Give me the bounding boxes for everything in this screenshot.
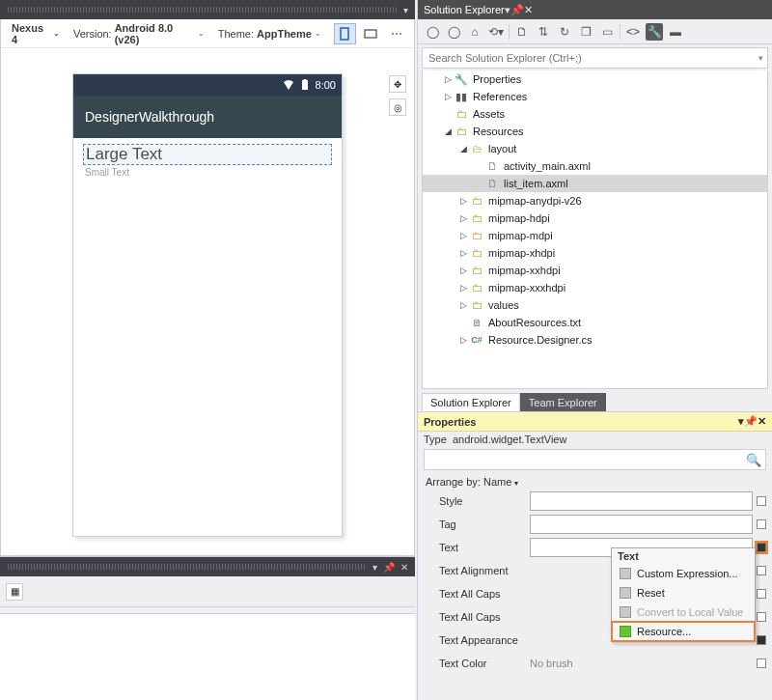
- prop-input-tag[interactable]: [530, 515, 753, 534]
- properties-panel: Properties ▾ 📌 ✕ Type android.widget.Tex…: [418, 411, 772, 700]
- svg-rect-2: [302, 80, 308, 90]
- properties-search-input[interactable]: [428, 453, 746, 466]
- theme-value: AppTheme: [257, 28, 312, 40]
- refresh-icon[interactable]: ↻: [556, 23, 573, 41]
- prop-marker[interactable]: [757, 658, 766, 668]
- close-icon[interactable]: ✕: [400, 562, 408, 573]
- pin-icon[interactable]: 📌: [510, 4, 524, 16]
- doc-icon[interactable]: 🗋: [513, 23, 531, 41]
- prop-input-style[interactable]: [530, 491, 753, 511]
- tree-resource-designer[interactable]: ▷C#Resource.Designer.cs: [423, 331, 767, 349]
- prop-marker[interactable]: [757, 589, 766, 599]
- tree-mipmap-xxxhdpi[interactable]: ▷🗀mipmap-xxxhdpi: [423, 279, 767, 296]
- tree-about[interactable]: ▷🗎AboutResources.txt: [423, 314, 767, 331]
- back-icon[interactable]: ◯: [424, 23, 441, 41]
- tree-layout[interactable]: ◢🗁layout: [423, 140, 767, 157]
- folder-icon: 🗀: [469, 229, 484, 242]
- properties-title: Properties ▾ 📌 ✕: [418, 412, 772, 432]
- device-picker[interactable]: Nexus 4 ⌄: [7, 19, 65, 48]
- file-icon: 🗎: [469, 316, 484, 329]
- flyout-custom-expression[interactable]: Custom Expression...: [612, 564, 755, 583]
- overflow-button[interactable]: ⋯: [386, 23, 408, 44]
- square-icon: [620, 587, 631, 599]
- grid-icon[interactable]: ▦: [6, 583, 23, 601]
- tree-list-item[interactable]: ▷🗋list_item.axml: [423, 175, 767, 192]
- small-text-view[interactable]: Small Text: [83, 165, 332, 178]
- solution-toolbar: ◯ ◯ ⌂ ⟲▾ 🗋 ⇅ ↻ ❐ ▭ <> 🔧 ▬: [418, 19, 772, 44]
- chevron-down-icon: ▾: [514, 479, 518, 488]
- close-icon[interactable]: ✕: [758, 415, 766, 428]
- bottom-toolbar: ▦: [0, 576, 415, 607]
- version-picker[interactable]: Version: Android 8.0 (v26) ⌄: [69, 19, 209, 48]
- file-icon: 🗋: [484, 159, 500, 173]
- code-icon[interactable]: <>: [624, 23, 642, 41]
- showall-icon[interactable]: ▭: [598, 23, 616, 41]
- properties-body: Type android.widget.TextView 🔍 Arrange b…: [418, 432, 772, 700]
- flyout-resource[interactable]: Resource...: [612, 622, 755, 641]
- tree-mipmap-anydpi[interactable]: ▷🗀mipmap-anydpi-v26: [423, 192, 767, 210]
- tree-values[interactable]: ▷🗀values: [423, 296, 767, 314]
- portrait-button[interactable]: [334, 23, 356, 44]
- square-icon: [620, 606, 631, 618]
- solution-search[interactable]: ▾: [422, 47, 768, 69]
- device-label: Nexus 4: [12, 22, 50, 45]
- prop-row-text-color[interactable]: Text Color No brush: [424, 652, 766, 675]
- flyout-reset[interactable]: Reset: [612, 583, 755, 602]
- pin-icon[interactable]: 📌: [744, 415, 758, 428]
- dropdown-icon[interactable]: ▾: [372, 562, 377, 573]
- chevron-down-icon: ⌄: [198, 29, 205, 38]
- prop-marker[interactable]: [757, 496, 766, 506]
- large-text-view[interactable]: Large Text: [83, 144, 332, 165]
- solution-tree[interactable]: ▷🔧Properties ▷▮▮References ▷🗀Assets ◢🗀Re…: [422, 70, 768, 389]
- folder-icon: 🗀: [469, 281, 484, 294]
- properties-search[interactable]: 🔍: [424, 449, 766, 470]
- device-frame: 8:00 DesignerWalkthrough Large Text Smal…: [72, 73, 343, 537]
- square-icon: [620, 568, 631, 579]
- home-icon[interactable]: ⌂: [466, 23, 483, 41]
- file-icon: 🗋: [484, 177, 500, 190]
- copy-icon[interactable]: ❐: [577, 23, 594, 41]
- prop-marker[interactable]: [757, 635, 766, 645]
- prop-marker[interactable]: [757, 519, 766, 529]
- solution-search-input[interactable]: [427, 51, 758, 65]
- preview-icon[interactable]: ▬: [667, 23, 684, 41]
- prop-marker-text[interactable]: [757, 543, 766, 552]
- arrange-by[interactable]: Arrange by: Name ▾: [424, 470, 766, 490]
- pan-tool-icon[interactable]: ✥: [389, 75, 406, 93]
- prop-marker[interactable]: [757, 566, 766, 575]
- forward-icon[interactable]: ◯: [445, 23, 462, 41]
- dropdown-icon[interactable]: ▾: [403, 5, 408, 15]
- app-title: DesignerWalkthrough: [85, 109, 214, 125]
- properties-icon[interactable]: 🔧: [646, 23, 663, 41]
- tab-team-explorer[interactable]: Team Explorer: [520, 393, 606, 411]
- svg-rect-3: [303, 79, 306, 81]
- prop-row-tag[interactable]: Tag: [424, 513, 766, 536]
- tree-activity-main[interactable]: ▷🗋activity_main.axml: [423, 157, 767, 175]
- folder-open-icon: 🗁: [469, 142, 484, 155]
- pin-icon[interactable]: 📌: [383, 562, 395, 573]
- prop-row-style[interactable]: Style: [424, 490, 766, 513]
- theme-picker[interactable]: Theme: AppTheme ⌄: [213, 25, 326, 42]
- tab-solution-explorer[interactable]: Solution Explorer: [422, 393, 520, 411]
- search-dropdown-icon[interactable]: ▾: [758, 53, 763, 63]
- right-dock: Solution Explorer ▾ 📌 ✕ ◯ ◯ ⌂ ⟲▾ 🗋 ⇅ ↻ ❐…: [417, 0, 772, 700]
- close-icon[interactable]: ✕: [524, 4, 533, 16]
- search-icon[interactable]: 🔍: [746, 453, 761, 467]
- tree-properties[interactable]: ▷🔧Properties: [423, 70, 767, 88]
- references-icon: ▮▮: [454, 90, 469, 103]
- eye-icon[interactable]: ◎: [389, 98, 406, 116]
- sync-icon[interactable]: ⟲▾: [487, 23, 505, 41]
- tree-mipmap-hdpi[interactable]: ▷🗀mipmap-hdpi: [423, 210, 767, 227]
- tree-assets[interactable]: ▷🗀Assets: [423, 105, 767, 123]
- tree-resources[interactable]: ◢🗀Resources: [423, 123, 767, 140]
- folder-icon: 🗀: [454, 107, 469, 121]
- tree-mipmap-mdpi[interactable]: ▷🗀mipmap-mdpi: [423, 227, 767, 244]
- svg-rect-0: [341, 28, 348, 40]
- tree-mipmap-xhdpi[interactable]: ▷🗀mipmap-xhdpi: [423, 244, 767, 262]
- prop-marker[interactable]: [757, 612, 766, 622]
- design-surface[interactable]: Large Text Small Text: [73, 138, 342, 536]
- collapse-icon[interactable]: ⇅: [535, 23, 552, 41]
- tree-references[interactable]: ▷▮▮References: [423, 88, 767, 105]
- tree-mipmap-xxhdpi[interactable]: ▷🗀mipmap-xxhdpi: [423, 262, 767, 279]
- landscape-button[interactable]: [360, 23, 382, 44]
